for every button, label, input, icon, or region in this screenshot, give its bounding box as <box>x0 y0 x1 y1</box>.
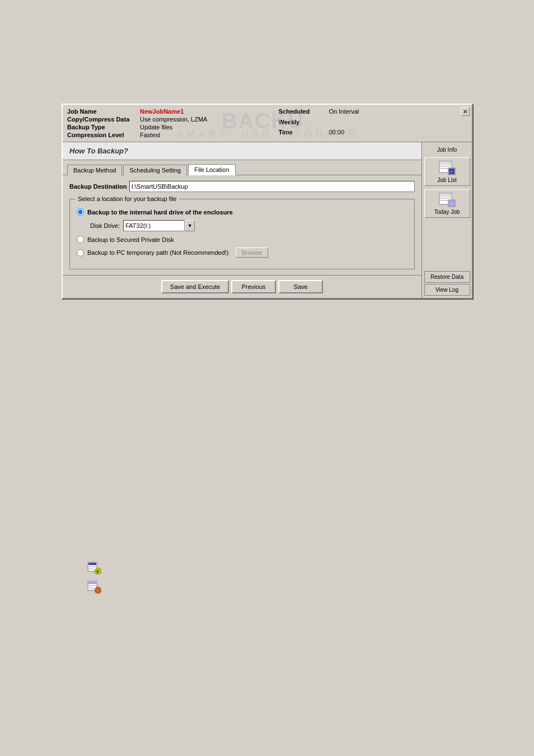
radio-pc-temp[interactable] <box>77 249 84 256</box>
view-log-button[interactable]: View Log <box>424 284 470 296</box>
weekly-label: Weekly <box>279 119 329 128</box>
svg-text:✓: ✓ <box>450 202 453 206</box>
option2-label: Backup to Secured Private Disk <box>87 236 174 243</box>
desktop-icon-1-img: $ <box>87 560 101 575</box>
svg-rect-15 <box>88 563 96 565</box>
svg-text:↑: ↑ <box>97 588 99 593</box>
compression-level-value: Fastest <box>140 132 268 138</box>
job-name-value: NewJobName1 <box>140 108 268 115</box>
svg-rect-1 <box>441 162 451 165</box>
option3-label: Backup to PC temporary path (Not Recomme… <box>87 249 229 256</box>
backup-dest-input[interactable] <box>129 181 415 192</box>
location-group: Select a location for your backup file B… <box>69 199 415 269</box>
disk-drive-row: Disk Drive: ▼ <box>90 220 407 231</box>
svg-rect-17 <box>88 568 94 570</box>
job-list-button[interactable]: ✓ Job List <box>424 157 470 186</box>
tab-backup-method[interactable]: Backup Method <box>67 165 122 175</box>
close-button[interactable]: ✕ <box>461 107 470 116</box>
svg-rect-8 <box>441 194 451 197</box>
radio-option-1[interactable]: Backup to the internal hard drive of the… <box>77 208 407 216</box>
desktop-icon-2[interactable]: ↑ <box>87 579 101 594</box>
backup-type-value: Update files <box>140 124 268 130</box>
tab-file-location[interactable]: File Location <box>188 164 235 175</box>
tab-content: Backup Destination Select a location for… <box>63 175 421 275</box>
weekly-value <box>329 119 468 128</box>
disk-drive-dropdown[interactable]: ▼ <box>185 220 195 231</box>
disk-drive-label: Disk Drive: <box>90 222 120 229</box>
today-job-icon: ✓ <box>438 192 456 208</box>
job-info-label: Job Info <box>437 147 457 153</box>
time-value: 00:00 <box>329 129 468 138</box>
tab-scheduling-setting[interactable]: Scheduling Setting <box>123 165 187 175</box>
svg-rect-22 <box>88 585 96 586</box>
info-bar: Job Name NewJobName1 Copy/Compress Data … <box>63 105 472 142</box>
svg-rect-9 <box>441 198 451 199</box>
footer-bar: Save and Execute Previous Save <box>63 275 421 298</box>
desktop-icon-2-img: ↑ <box>87 579 101 594</box>
compression-level-label: Compression Level <box>67 132 140 138</box>
main-content: How To Backup? Backup Method Scheduling … <box>63 142 421 298</box>
radio-option-3[interactable]: Backup to PC temporary path (Not Recomme… <box>77 248 407 258</box>
job-name-label: Job Name <box>67 108 140 115</box>
today-job-label: Today Job <box>434 209 460 215</box>
backup-dest-label: Backup Destination <box>69 183 127 190</box>
main-window: Job Name NewJobName1 Copy/Compress Data … <box>62 104 473 299</box>
job-list-label: Job List <box>437 177 456 183</box>
backup-type-label: Backup Type <box>67 124 140 130</box>
how-to-backup-header: How To Backup? <box>63 142 421 160</box>
time-label: Time <box>279 129 329 138</box>
copy-compress-value: Use compression, LZMA <box>140 116 268 123</box>
browse-button[interactable]: Browse <box>236 248 269 258</box>
desktop-icon-1[interactable]: $ <box>87 560 101 575</box>
job-list-icon: ✓ <box>438 160 456 176</box>
job-info-area: Job Info <box>424 144 470 155</box>
radio-secured-disk[interactable] <box>77 236 84 243</box>
svg-rect-3 <box>441 168 448 169</box>
radio-internal-drive[interactable] <box>77 208 84 216</box>
disk-drive-input[interactable] <box>123 220 185 231</box>
svg-rect-16 <box>88 566 96 567</box>
save-execute-button[interactable]: Save and Execute <box>161 280 229 293</box>
content-wrapper: How To Backup? Backup Method Scheduling … <box>63 142 472 298</box>
location-group-legend: Select a location for your backup file <box>76 195 179 202</box>
view-log-label: View Log <box>435 287 458 293</box>
previous-button[interactable]: Previous <box>231 280 276 293</box>
restore-data-button[interactable]: Restore Data <box>424 271 470 283</box>
scheduled-label: Scheduled <box>279 108 329 118</box>
copy-compress-label: Copy/Compress Data <box>67 116 140 123</box>
backup-dest-row: Backup Destination <box>69 181 415 192</box>
option1-label: Backup to the internal hard drive of the… <box>87 209 233 216</box>
tabs-row: Backup Method Scheduling Setting File Lo… <box>63 160 421 175</box>
svg-text:$: $ <box>96 569 99 574</box>
svg-rect-10 <box>441 200 448 201</box>
radio-option-2[interactable]: Backup to Secured Private Disk <box>77 236 407 243</box>
svg-text:✓: ✓ <box>450 170 453 174</box>
today-job-button[interactable]: ✓ Today Job <box>424 189 470 218</box>
save-button[interactable]: Save <box>278 280 323 293</box>
svg-rect-2 <box>441 166 451 167</box>
scheduled-value: On Interval <box>329 108 468 118</box>
info-bar-right: Scheduled On Interval Weekly Time 00:00 <box>268 108 468 138</box>
svg-rect-21 <box>88 582 96 584</box>
restore-data-label: Restore Data <box>430 274 463 280</box>
desktop-icons: $ ↑ <box>87 560 101 594</box>
right-sidebar: Job Info ✓ Job List <box>421 142 472 298</box>
info-bar-left: Job Name NewJobName1 Copy/Compress Data … <box>67 108 268 138</box>
section-title: How To Backup? <box>69 147 128 155</box>
svg-rect-23 <box>88 587 94 589</box>
